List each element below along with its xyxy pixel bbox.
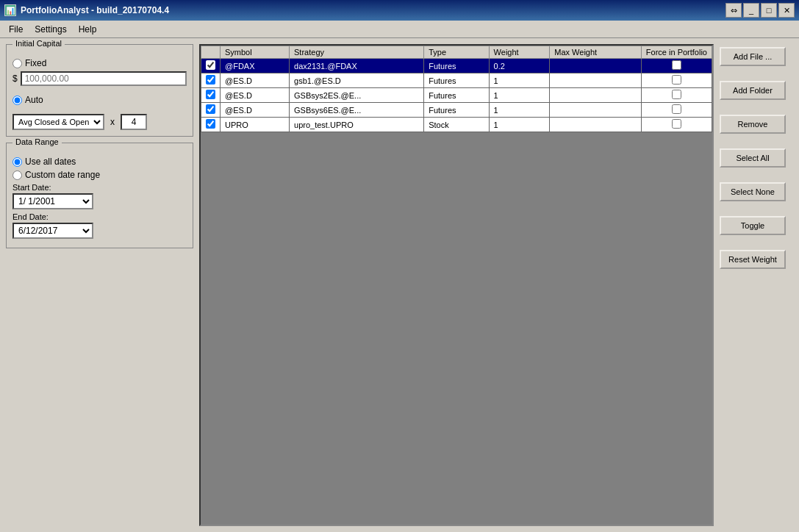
row-maxWeight (550, 88, 642, 103)
menu-settings[interactable]: Settings (29, 23, 72, 36)
use-all-dates-label: Use all dates (25, 157, 76, 167)
use-all-dates-row[interactable]: Use all dates (12, 157, 187, 167)
row-checkbox[interactable] (206, 60, 215, 70)
main-content: Initial Capital Fixed $ Auto Avg Closed … (0, 38, 799, 532)
row-force-checkbox[interactable] (672, 119, 681, 129)
add-file-button[interactable]: Add File ... (720, 47, 786, 66)
left-panel: Initial Capital Fixed $ Auto Avg Closed … (6, 44, 193, 526)
start-date-label: Start Date: (12, 183, 187, 192)
data-range-title: Data Range (12, 137, 62, 146)
right-panel: Add File ... Add Folder Remove Select Al… (720, 44, 793, 526)
data-range-group: Data Range Use all dates Custom date ran… (6, 143, 193, 248)
scroll-restore-button[interactable]: ⇔ (725, 3, 742, 18)
custom-date-range-row[interactable]: Custom date range (12, 170, 187, 180)
maximize-button[interactable]: □ (761, 3, 777, 18)
table-header: Symbol Strategy Type Weight Max Weight F… (201, 46, 712, 59)
dollar-sign: $ (12, 73, 18, 84)
menu-help[interactable]: Help (73, 23, 103, 36)
row-maxWeight (550, 118, 642, 132)
row-strategy: upro_test.UPRO (290, 118, 424, 132)
row-checkbox[interactable] (206, 119, 215, 129)
fixed-radio-row[interactable]: Fixed (12, 58, 187, 68)
row-maxWeight (550, 103, 642, 118)
end-date-label: End Date: (12, 212, 187, 221)
use-all-dates-radio[interactable] (12, 157, 22, 167)
row-symbol: @ES.D (221, 73, 290, 88)
row-checkbox[interactable] (206, 75, 215, 85)
row-weight: 1 (489, 88, 550, 103)
avg-dropdown[interactable]: Avg Closed & Open (12, 114, 104, 130)
row-strategy: dax2131.@FDAX (290, 59, 424, 73)
col-type: Type (424, 46, 489, 59)
minimize-button[interactable]: _ (743, 3, 759, 18)
row-type: Futures (424, 59, 489, 73)
select-none-button[interactable]: Select None (720, 182, 786, 201)
auto-radio-row[interactable]: Auto (12, 95, 43, 105)
table-row[interactable]: @ES.Dgsb1.@ES.DFutures1 (201, 73, 712, 88)
window-controls[interactable]: ⇔ _ □ ✕ (725, 3, 795, 18)
row-symbol: @ES.D (221, 103, 290, 118)
row-force-cell[interactable] (641, 59, 712, 73)
row-checkbox-cell[interactable] (201, 59, 221, 73)
auto-config-row: Avg Closed & Open x (12, 114, 187, 130)
table-body: @FDAXdax2131.@FDAXFutures0.2@ES.Dgsb1.@E… (201, 59, 712, 132)
row-force-cell[interactable] (641, 88, 712, 103)
capital-input[interactable] (21, 71, 187, 86)
table-container: Symbol Strategy Type Weight Max Weight F… (199, 44, 714, 526)
select-all-button[interactable]: Select All (720, 148, 786, 168)
row-checkbox-cell[interactable] (201, 73, 221, 88)
window-title: PortfolioAnalyst - build_20170704.4 (21, 5, 169, 15)
col-symbol: Symbol (221, 46, 290, 59)
fixed-radio[interactable] (12, 59, 22, 68)
row-strategy: GSBsys6ES.@E... (290, 103, 424, 118)
menu-file[interactable]: File (3, 23, 29, 36)
center-area: Symbol Strategy Type Weight Max Weight F… (199, 44, 714, 526)
auto-row: Auto (12, 92, 187, 108)
row-symbol: @FDAX (221, 59, 290, 73)
row-force-checkbox[interactable] (672, 75, 681, 85)
row-force-cell[interactable] (641, 103, 712, 118)
end-date-field: End Date: 6/12/2017 (12, 212, 187, 239)
row-force-checkbox[interactable] (672, 90, 681, 99)
end-date-dropdown[interactable]: 6/12/2017 (12, 223, 93, 239)
row-checkbox-cell[interactable] (201, 103, 221, 118)
row-symbol: UPRO (221, 118, 290, 132)
row-strategy: GSBsys2ES.@E... (290, 88, 424, 103)
auto-radio[interactable] (12, 96, 22, 105)
row-checkbox-cell[interactable] (201, 88, 221, 103)
start-date-dropdown[interactable]: 1/ 1/2001 (12, 193, 93, 209)
reset-weight-button[interactable]: Reset Weight (720, 250, 786, 269)
menu-bar: File Settings Help (0, 21, 799, 38)
custom-date-range-label: Custom date range (25, 170, 100, 180)
row-type: Futures (424, 73, 489, 88)
initial-capital-group: Initial Capital Fixed $ Auto Avg Closed … (6, 44, 193, 137)
start-date-field: Start Date: 1/ 1/2001 (12, 183, 187, 209)
col-weight: Weight (489, 46, 550, 59)
initial-capital-title: Initial Capital (12, 39, 65, 48)
table-row[interactable]: @FDAXdax2131.@FDAXFutures0.2 (201, 59, 712, 73)
custom-date-range-radio[interactable] (12, 170, 22, 180)
row-type: Futures (424, 88, 489, 103)
table-row[interactable]: @ES.DGSBsys2ES.@E...Futures1 (201, 88, 712, 103)
row-checkbox[interactable] (206, 90, 215, 99)
multiplier-input[interactable] (121, 114, 147, 130)
row-force-checkbox[interactable] (672, 60, 681, 70)
strategy-table: Symbol Strategy Type Weight Max Weight F… (201, 46, 712, 132)
remove-button[interactable]: Remove (720, 115, 786, 134)
row-weight: 1 (489, 73, 550, 88)
table-row[interactable]: @ES.DGSBsys6ES.@E...Futures1 (201, 103, 712, 118)
toggle-button[interactable]: Toggle (720, 216, 786, 235)
row-force-checkbox[interactable] (672, 104, 681, 114)
table-row[interactable]: UPROupro_test.UPROStock1 (201, 118, 712, 132)
row-force-cell[interactable] (641, 73, 712, 88)
title-bar: 📊 PortfolioAnalyst - build_20170704.4 ⇔ … (0, 0, 799, 21)
row-checkbox[interactable] (206, 104, 215, 114)
row-symbol: @ES.D (221, 88, 290, 103)
row-weight: 0.2 (489, 59, 550, 73)
add-folder-button[interactable]: Add Folder (720, 81, 786, 100)
row-maxWeight (550, 73, 642, 88)
col-force: Force in Portfolio (641, 46, 712, 59)
row-checkbox-cell[interactable] (201, 118, 221, 132)
row-force-cell[interactable] (641, 118, 712, 132)
close-button[interactable]: ✕ (778, 3, 795, 18)
